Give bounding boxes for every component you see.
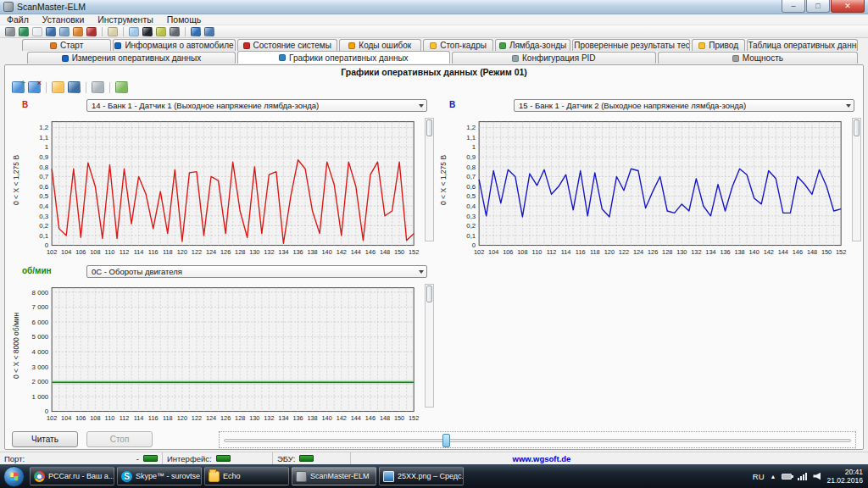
slider-thumb[interactable]: [442, 434, 450, 447]
clipboard-icon[interactable]: [108, 27, 118, 36]
wgsoft-link[interactable]: www.wgsoft.de: [513, 454, 571, 463]
toolbar-separator: [185, 27, 186, 36]
read-button[interactable]: Читать: [12, 431, 78, 447]
pid-select[interactable]: 15 - Банк 1 - Датчик 2 (Выходное напряже…: [514, 99, 854, 112]
toolbar-separator: [86, 82, 86, 93]
open-icon[interactable]: [52, 81, 64, 93]
export-icon[interactable]: [115, 81, 128, 93]
battery-icon[interactable]: [156, 27, 166, 36]
menu-settings[interactable]: Установки: [36, 14, 91, 25]
chart-scrollbar[interactable]: [425, 118, 434, 241]
slider-track[interactable]: [224, 439, 851, 442]
clock-icon[interactable]: [170, 27, 180, 36]
tab-test-results[interactable]: Проверенные результаты теста: [572, 39, 691, 51]
add-graph-icon[interactable]: +: [12, 81, 25, 93]
network-signal-icon[interactable]: [798, 472, 807, 480]
panel-title: Графики оперативных данных (Режим 01): [5, 67, 863, 77]
taskbar-item-chip[interactable]: ScanMaster-ELM: [292, 467, 376, 485]
status-port: Порт: -: [0, 452, 163, 464]
report-icon[interactable]: [32, 27, 42, 36]
svg-text:112: 112: [547, 248, 557, 256]
svg-text:148: 148: [380, 248, 390, 256]
close-button[interactable]: ✕: [831, 0, 865, 13]
scrollbar-thumb[interactable]: [426, 119, 432, 136]
exit-icon[interactable]: [204, 27, 214, 36]
svg-text:114: 114: [134, 248, 144, 256]
tab-dtc[interactable]: Коды ошибок: [339, 39, 421, 51]
menu-help[interactable]: Помощь: [160, 14, 209, 25]
vehicle-icon[interactable]: [86, 27, 97, 36]
web-icon[interactable]: [19, 27, 29, 36]
pid-select[interactable]: 0C - Обороты двигателя: [86, 265, 427, 278]
vehicle-info-icon: [114, 42, 121, 49]
svg-text:148: 148: [380, 414, 390, 422]
interface-led-icon: [216, 455, 231, 462]
battery-icon[interactable]: [782, 474, 792, 480]
terminal-icon[interactable]: [142, 27, 153, 36]
task-label: ScanMaster-ELM: [310, 472, 370, 480]
svg-text:140: 140: [322, 248, 332, 256]
live-data-graphs-icon: [279, 54, 286, 61]
maximize-button[interactable]: □: [806, 0, 830, 13]
chart-scrollbar[interactable]: [425, 284, 434, 408]
tab-power[interactable]: Мощность: [658, 52, 858, 64]
stop-button: Стоп: [86, 431, 153, 447]
menu-tools[interactable]: Инструменты: [91, 14, 159, 25]
tray-expand-icon[interactable]: ▲: [771, 474, 776, 480]
remove-graph-icon[interactable]: ×: [28, 81, 41, 93]
volume-icon[interactable]: [813, 473, 821, 480]
language-indicator[interactable]: RU: [753, 472, 765, 481]
taskbar-item-skype[interactable]: SSkype™ - surovtse...: [117, 467, 202, 485]
tab-o2-sensors[interactable]: Лямбда-зонды: [495, 39, 570, 51]
minimize-button[interactable]: –: [782, 0, 805, 13]
timeline-slider[interactable]: [219, 431, 856, 448]
comment-icon[interactable]: [129, 27, 139, 36]
chart-panel-o2-b1s2: В 15 - Банк 1 - Датчик 2 (Выходное напря…: [439, 99, 861, 263]
chart-icon[interactable]: [59, 27, 70, 36]
tab-live-data-table[interactable]: Таблица оперативных данных: [747, 39, 858, 51]
tab-row-1: СтартИнформация о автомобилеСостояние си…: [0, 38, 868, 51]
chart-scrollbar[interactable]: [852, 118, 861, 241]
svg-text:138: 138: [307, 414, 317, 422]
tab-live-data-meter[interactable]: Измерения оперативных данных: [27, 52, 236, 64]
chip-icon: [296, 471, 307, 482]
svg-text:110: 110: [105, 414, 115, 422]
image-icon: [383, 471, 394, 482]
dtc-icon[interactable]: [73, 27, 83, 36]
clock[interactable]: 20:41 21.02.2016: [826, 468, 863, 485]
tab-system-status[interactable]: Состояние системы: [237, 39, 337, 51]
svg-text:112: 112: [120, 248, 130, 256]
tab-label: Измерения оперативных данных: [72, 53, 202, 63]
tab-pid-config[interactable]: Конфигурация PID: [452, 52, 656, 64]
chart-panel-o2-b1s1: В 14 - Банк 1 - Датчик 1 (Выходное напря…: [12, 99, 434, 263]
info-icon[interactable]: [191, 27, 201, 36]
tab-live-data-graphs[interactable]: Графики оперативных данных: [237, 51, 450, 64]
start-button[interactable]: [3, 466, 25, 487]
svg-text:152: 152: [409, 414, 419, 422]
taskbar-item-chrome[interactable]: PCCar.ru - Ваш а...: [30, 467, 114, 485]
svg-text:0,2: 0,2: [466, 222, 476, 230]
tab-actuators[interactable]: Привод: [692, 39, 744, 51]
tab-start[interactable]: Старт: [22, 39, 111, 51]
taskbar-item-folder[interactable]: Echo: [204, 467, 289, 485]
svg-text:120: 120: [604, 248, 615, 256]
svg-text:0,9: 0,9: [466, 153, 476, 161]
print-icon[interactable]: [92, 81, 104, 93]
scrollbar-thumb[interactable]: [854, 119, 860, 136]
menu-file[interactable]: Файл: [0, 14, 36, 25]
pid-select[interactable]: 14 - Банк 1 - Датчик 1 (Выходное напряже…: [86, 99, 427, 112]
taskbar-item-image[interactable]: 25XX.png – Средс...: [379, 467, 464, 485]
svg-text:0,5: 0,5: [39, 192, 49, 200]
unit-label: В: [449, 100, 455, 109]
table-icon[interactable]: [46, 27, 56, 36]
line-chart: 00,10,20,30,40,50,60,70,80,911,11,210210…: [17, 114, 420, 260]
save-icon[interactable]: [68, 81, 81, 93]
svg-text:138: 138: [307, 248, 317, 256]
svg-text:7 000: 7 000: [32, 303, 49, 311]
tab-vehicle-info[interactable]: Информация о автомобиле: [113, 39, 235, 51]
scrollbar-thumb[interactable]: [426, 286, 432, 302]
connect-icon[interactable]: [5, 27, 15, 36]
toolbar-separator: [46, 82, 47, 93]
tab-label: Состояние системы: [253, 41, 331, 50]
tab-freeze-frames[interactable]: Стоп-кадры: [423, 39, 494, 51]
